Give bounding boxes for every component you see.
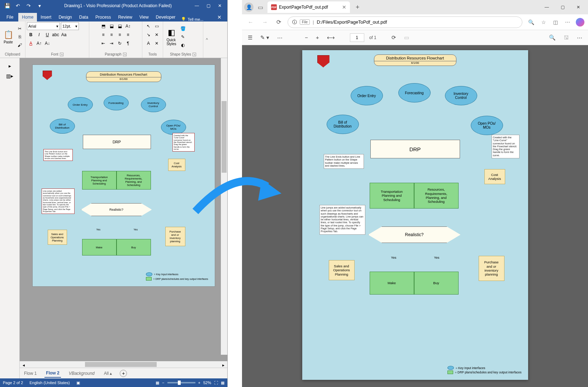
decrease-indent-button[interactable]: ⇤ xyxy=(99,39,107,47)
insert-tab[interactable]: Insert xyxy=(37,13,55,22)
hscroll-thumb[interactable] xyxy=(85,362,157,367)
align-top-button[interactable]: ⬒ xyxy=(99,22,107,30)
zoom-in-button[interactable]: + xyxy=(198,381,200,385)
page-tab-flow2[interactable]: Flow 2 xyxy=(44,369,61,378)
underline-button[interactable]: U xyxy=(43,31,51,39)
save-pdf-icon[interactable]: 🖫 xyxy=(562,33,570,42)
more-tools-icon[interactable]: ⋯ xyxy=(276,33,284,42)
fit-page-button[interactable]: ⛶ xyxy=(214,381,218,385)
draw-icon[interactable]: ✎ ▾ xyxy=(259,33,271,42)
tab-close-icon[interactable]: ✕ xyxy=(342,4,346,10)
font-size-combo[interactable]: 12pt.▾ xyxy=(61,22,79,30)
zoom-level[interactable]: 52% xyxy=(203,381,211,385)
horizontal-scrollbar[interactable]: ◂ ▸ xyxy=(20,361,227,368)
edge-minimize-button[interactable]: — xyxy=(539,2,554,13)
address-bar[interactable]: ⓘ File | D:/Files/ExportPageToPdf_out.pd… xyxy=(288,16,522,28)
paste-button[interactable]: 📋Paste xyxy=(1,24,15,49)
align-left-button[interactable]: ≡ xyxy=(108,31,115,39)
new-tab-button[interactable]: + xyxy=(353,2,362,13)
zoom-in-icon[interactable]: + xyxy=(314,33,321,42)
maximize-button[interactable]: ▢ xyxy=(203,1,214,10)
minimize-button[interactable]: — xyxy=(191,1,202,10)
canvas-scroll[interactable]: Distribution Resources Flowchart 6/1/00 … xyxy=(20,58,227,361)
quick-styles-button[interactable]: ◧Quick Styles xyxy=(165,24,178,49)
profile-icon[interactable]: 👤 xyxy=(244,3,253,12)
fit-width-icon[interactable]: ⟷ xyxy=(326,33,336,42)
pdf-more-icon[interactable]: ⋯ xyxy=(575,33,584,42)
save-icon[interactable]: 💾 xyxy=(2,1,12,10)
shape-styles-dialog-launcher[interactable]: ↘ xyxy=(193,53,196,56)
edge-maximize-button[interactable]: ▢ xyxy=(555,2,570,13)
rotate-text-button[interactable]: ↻ xyxy=(116,39,124,47)
rectangle-tool-button[interactable]: ▭ xyxy=(153,22,161,30)
developer-tab[interactable]: Developer xyxy=(152,13,179,22)
align-bottom-button[interactable]: ⬓ xyxy=(116,22,124,30)
forward-button[interactable]: → xyxy=(260,17,270,28)
font-name-combo[interactable]: Arial▾ xyxy=(27,22,60,30)
presentation-mode-icon[interactable]: ▦ xyxy=(156,381,159,385)
split-screen-icon[interactable]: ◫ xyxy=(552,18,559,27)
connection-point-button[interactable]: ✕ xyxy=(153,39,161,47)
copy-button[interactable]: ⎘ xyxy=(16,33,24,41)
stencil-icon[interactable]: ▥▸ xyxy=(4,72,15,80)
italic-button[interactable]: I xyxy=(35,31,43,39)
back-button[interactable]: ← xyxy=(246,17,256,28)
text-effects-button[interactable]: Aa xyxy=(60,31,68,39)
page-view-icon[interactable]: ▭ xyxy=(403,33,411,42)
zoom-icon[interactable]: 🔍 xyxy=(527,18,536,27)
text-tool-button[interactable]: ✕ xyxy=(153,31,161,39)
qat-more-icon[interactable]: ▾ xyxy=(34,1,44,10)
font-color-button[interactable]: A xyxy=(27,39,35,47)
zoom-out-icon[interactable]: − xyxy=(303,33,309,42)
align-center-button[interactable]: ≡ xyxy=(116,31,124,39)
format-painter-button[interactable]: 🖌 xyxy=(16,41,24,49)
favorites-icon[interactable]: ☆ xyxy=(540,18,547,27)
page-tab-all[interactable]: All ▴ xyxy=(103,369,114,377)
text-direction-button[interactable]: A↕ xyxy=(124,22,132,30)
view-tab[interactable]: View xyxy=(136,13,152,22)
settings-more-icon[interactable]: ⋯ xyxy=(564,18,572,27)
review-tab[interactable]: Review xyxy=(114,13,136,22)
bold-button[interactable]: B xyxy=(27,31,35,39)
undo-icon[interactable]: ↶ xyxy=(13,1,23,10)
bullets-button[interactable]: ≡ xyxy=(99,31,107,39)
font-dialog-launcher[interactable]: ↘ xyxy=(60,53,63,56)
page-number-input[interactable] xyxy=(350,33,364,42)
shape-effects-button[interactable]: ◐ xyxy=(179,41,187,49)
zoom-slider[interactable] xyxy=(167,382,195,383)
site-info-icon[interactable]: ⓘ xyxy=(292,19,297,25)
vscroll-thumb[interactable] xyxy=(222,101,227,173)
macro-record-icon[interactable]: ▣ xyxy=(76,381,80,385)
process-tab[interactable]: Process xyxy=(92,13,114,22)
find-icon[interactable]: 🔍 xyxy=(547,33,557,42)
rotate-icon[interactable]: ⟳ xyxy=(390,33,398,42)
vertical-scrollbar[interactable] xyxy=(221,58,227,355)
align-middle-button[interactable]: ⬓ xyxy=(108,22,115,30)
align-right-button[interactable]: ≡ xyxy=(124,31,132,39)
page-tab-flow1[interactable]: Flow 1 xyxy=(23,369,38,377)
contents-icon[interactable]: ☰ xyxy=(246,33,254,42)
zoom-thumb[interactable] xyxy=(178,381,181,385)
page-tab-vbackground[interactable]: VBackground xyxy=(67,369,96,377)
copilot-icon[interactable] xyxy=(576,18,584,27)
text-button[interactable]: A xyxy=(144,39,152,47)
pointer-tool-button[interactable]: ↖ xyxy=(144,22,152,30)
paragraph-dialog-launcher[interactable]: ↘ xyxy=(123,53,127,56)
ribbon-collapse-button[interactable]: ^ xyxy=(203,22,210,58)
design-tab[interactable]: Design xyxy=(55,13,75,22)
new-page-button[interactable]: + xyxy=(120,370,127,377)
shapes-expand-icon[interactable]: ▸ xyxy=(4,62,15,70)
redo-icon[interactable]: ↷ xyxy=(24,1,34,10)
shape-line-button[interactable]: ✎ xyxy=(179,33,187,41)
increase-indent-button[interactable]: ⇥ xyxy=(108,39,115,47)
strikethrough-button[interactable]: abc xyxy=(52,31,60,39)
drawing-page[interactable]: Distribution Resources Flowchart 6/1/00 … xyxy=(32,64,215,287)
shape-fill-button[interactable]: 🪣 xyxy=(179,25,187,33)
increase-font-size-button[interactable]: A↑ xyxy=(35,39,43,47)
decrease-font-size-button[interactable]: A↓ xyxy=(43,39,51,47)
home-tab[interactable]: Home xyxy=(18,13,37,22)
pdf-viewport[interactable]: Distribution Resources Flowchart 6/1/00 … xyxy=(242,45,588,387)
browser-tab[interactable]: PDF ExportPageToPdf_out.pdf ✕ xyxy=(267,1,350,13)
edge-close-button[interactable]: ✕ xyxy=(571,2,586,13)
connector-tool-button[interactable]: ↘ xyxy=(144,31,152,39)
